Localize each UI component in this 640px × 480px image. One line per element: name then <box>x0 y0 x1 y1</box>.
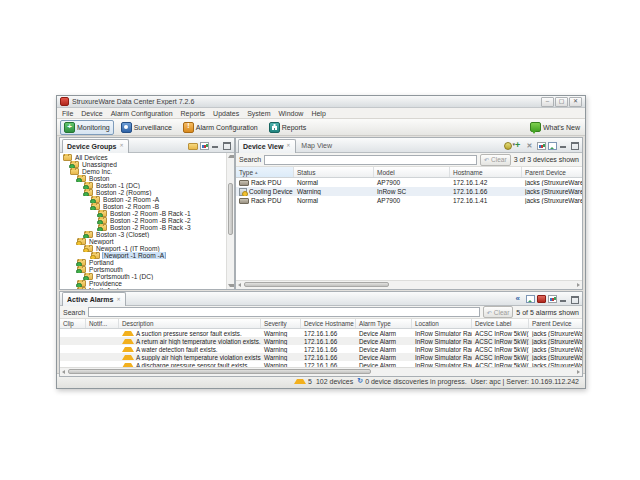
column-header-parent-device[interactable]: Parent Device <box>522 167 582 177</box>
scroll-right-icon[interactable] <box>577 370 580 374</box>
minimize-window-button[interactable]: – <box>541 97 554 107</box>
column-header-label: Model <box>377 169 395 176</box>
alarm-row[interactable]: A return air high temperature violation … <box>60 337 582 345</box>
tree-item[interactable]: Boston -2 Room -B Rack -1 <box>60 210 226 217</box>
tree-item[interactable]: All Devices <box>60 154 226 161</box>
remove-device-icon[interactable] <box>526 141 535 149</box>
menu-window[interactable]: Window <box>279 110 304 117</box>
menu-reports[interactable]: Reports <box>181 110 206 117</box>
device-row[interactable]: Rack PDUNormalAP7900172.16.1.42jacks (St… <box>236 178 582 187</box>
add-device-icon[interactable] <box>515 141 524 149</box>
column-header-model[interactable]: Model <box>374 167 450 177</box>
column-header-alarm-type[interactable]: Alarm Type <box>356 319 412 328</box>
scrollbar-thumb[interactable] <box>228 183 233 235</box>
minimize-panel-icon[interactable] <box>211 141 220 149</box>
toolbar-button-reports[interactable]: Reports <box>265 120 311 135</box>
device-count-label: 3 of 3 devices shown <box>514 156 579 163</box>
image-icon[interactable] <box>548 142 557 150</box>
tree-item[interactable]: North Andover <box>60 287 226 289</box>
device-table-hscrollbar[interactable] <box>236 280 582 289</box>
device-search-input[interactable] <box>264 155 477 165</box>
chart-icon[interactable] <box>548 295 557 303</box>
menu-device[interactable]: Device <box>81 110 102 117</box>
maximize-panel-icon[interactable] <box>222 141 231 149</box>
alarm-search-input[interactable] <box>88 307 480 317</box>
maximize-panel-icon[interactable] <box>570 295 579 303</box>
scroll-left-icon[interactable] <box>238 283 241 287</box>
device-row[interactable]: Cooling DeviceWarningInRow SC172.16.1.66… <box>236 187 582 196</box>
column-header-severity[interactable]: Severity <box>261 319 301 328</box>
column-header-hostname[interactable]: Hostname <box>450 167 522 177</box>
group-menu-icon[interactable] <box>504 141 513 149</box>
tree-item[interactable]: Boston -2 (Rooms) <box>60 189 226 196</box>
column-header-location[interactable]: Location <box>412 319 472 328</box>
collapse-icon[interactable] <box>515 295 524 303</box>
tree-item[interactable]: Newport -1 Room -A <box>60 252 226 259</box>
alarm-table-hscrollbar[interactable] <box>60 367 582 376</box>
tree-item[interactable]: Boston -2 Room -B <box>60 203 226 210</box>
menu-system[interactable]: System <box>247 110 270 117</box>
scrollbar-thumb[interactable] <box>68 369 371 374</box>
alarm-row[interactable]: A water detection fault exists.Warning17… <box>60 345 582 353</box>
tree-item[interactable]: Newport -1 (IT Room) <box>60 245 226 252</box>
device-row[interactable]: Rack PDUNormalAP7900172.16.1.41jacks (St… <box>236 196 582 205</box>
tree-item[interactable]: Boston <box>60 175 226 182</box>
scrollbar-thumb[interactable] <box>244 282 389 287</box>
alarm-row[interactable]: A suction pressure sensor fault exists.W… <box>60 329 582 337</box>
tree-item[interactable]: Portsmouth -1 (DC) <box>60 273 226 280</box>
image-icon[interactable] <box>526 295 535 303</box>
new-group-icon[interactable] <box>188 143 198 150</box>
maximize-window-button[interactable]: ▢ <box>555 97 568 107</box>
tree-item[interactable]: Boston -2 Room -B Rack -3 <box>60 224 226 231</box>
alarm-row[interactable]: A supply air high temperature violation … <box>60 353 582 361</box>
toolbar-button-surveillance[interactable]: Surveillance <box>117 120 176 135</box>
tree-item[interactable]: Portland <box>60 259 226 266</box>
whats-new-button[interactable]: What's New <box>530 122 582 132</box>
scroll-left-icon[interactable] <box>62 370 65 374</box>
tree-item[interactable]: Portsmouth <box>60 266 226 273</box>
minimize-panel-icon[interactable] <box>559 141 568 149</box>
tree-item[interactable]: Providence <box>60 280 226 287</box>
tab-device-groups[interactable]: Device Groups <box>62 139 129 153</box>
menu-updates[interactable]: Updates <box>213 110 239 117</box>
close-tab-icon[interactable] <box>286 144 291 149</box>
tree-item[interactable]: Boston -1 (DC) <box>60 182 226 189</box>
scroll-down-icon[interactable] <box>228 284 234 287</box>
close-window-button[interactable]: ✕ <box>569 97 582 107</box>
device-table-body: Rack PDUNormalAP7900172.16.1.42jacks (St… <box>236 178 582 280</box>
toolbar-button-monitoring[interactable]: Monitoring <box>60 120 114 135</box>
tab-active-alarms[interactable]: Active Alarms <box>62 292 126 306</box>
maximize-panel-icon[interactable] <box>570 141 579 149</box>
column-header-status[interactable]: Status <box>294 167 374 177</box>
chart-icon[interactable] <box>200 142 209 150</box>
tab-map-view[interactable]: Map View <box>297 139 336 151</box>
chart-icon[interactable] <box>537 142 546 150</box>
scroll-up-icon[interactable] <box>228 155 234 158</box>
column-header-device-label[interactable]: Device Label <box>472 319 529 328</box>
menu-help[interactable]: Help <box>311 110 325 117</box>
close-tab-icon[interactable] <box>116 297 121 302</box>
column-header-description[interactable]: Description <box>119 319 261 328</box>
column-header-type[interactable]: Type▴ <box>236 167 294 177</box>
column-header-clip[interactable]: Clip <box>60 319 86 328</box>
alarm-search-clear-button[interactable]: ↶ Clear <box>483 306 514 318</box>
column-header-parent-device[interactable]: Parent Device <box>529 319 582 328</box>
tree-item[interactable]: Demo Inc. <box>60 168 226 175</box>
menu-file[interactable]: File <box>62 110 73 117</box>
tree-item[interactable]: Unassigned <box>60 161 226 168</box>
menu-alarm-configuration[interactable]: Alarm Configuration <box>111 110 173 117</box>
tree-item[interactable]: Boston -3 (Closet) <box>60 231 226 238</box>
alarm-history-icon[interactable] <box>537 295 546 303</box>
toolbar-button-alarm-configuration[interactable]: Alarm Configuration <box>179 120 262 135</box>
column-header-device-hostname[interactable]: Device Hostname <box>301 319 356 328</box>
tree-item[interactable]: Boston -2 Room -A <box>60 196 226 203</box>
device-search-clear-button[interactable]: ↶ Clear <box>480 154 511 166</box>
tree-item[interactable]: Boston -2 Room -B Rack -2 <box>60 217 226 224</box>
scroll-right-icon[interactable] <box>577 283 580 287</box>
column-header-notif-[interactable]: Notif... <box>86 319 119 328</box>
tree-scrollbar[interactable] <box>226 153 234 289</box>
minimize-panel-icon[interactable] <box>559 295 568 303</box>
close-tab-icon[interactable] <box>119 144 124 149</box>
tab-device-view[interactable]: Device View <box>238 139 296 153</box>
tree-item[interactable]: Newport <box>60 238 226 245</box>
